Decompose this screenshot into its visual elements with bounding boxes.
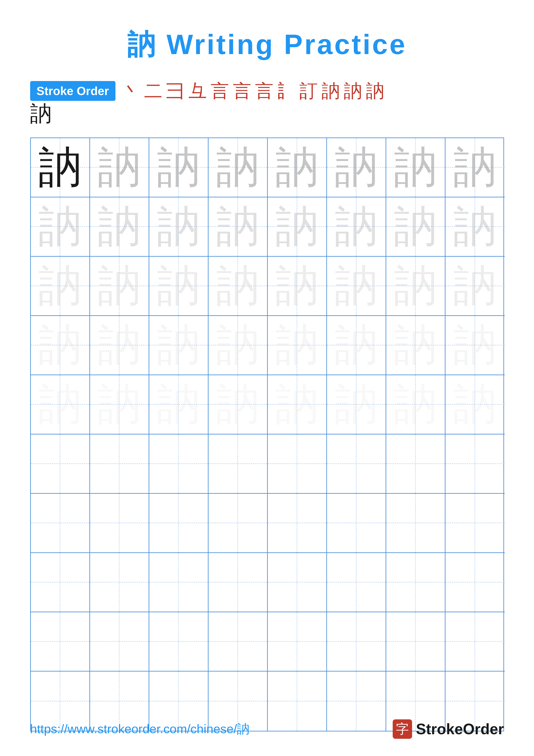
cell-4-7: 訥 <box>386 316 445 375</box>
cell-2-3: 訥 <box>149 198 209 257</box>
char-1-3: 訥 <box>157 146 200 189</box>
char-4-4: 訥 <box>216 324 259 367</box>
cell-9-2 <box>90 612 149 671</box>
cell-4-3: 訥 <box>149 316 209 375</box>
cell-7-3 <box>149 494 209 553</box>
char-4-3: 訥 <box>157 324 200 367</box>
cell-8-4 <box>209 553 268 612</box>
cell-3-8: 訥 <box>445 257 505 316</box>
logo-char: 字 <box>396 720 409 738</box>
cell-9-3 <box>149 612 209 671</box>
footer-url: https://www.strokeorder.com/chinese/訥 <box>30 721 250 738</box>
cell-7-7 <box>386 494 445 553</box>
cell-8-5 <box>268 553 327 612</box>
char-4-5: 訥 <box>275 324 318 367</box>
char-1-8: 訥 <box>453 146 496 189</box>
char-3-1: 訥 <box>38 264 82 308</box>
cell-7-8 <box>445 494 505 553</box>
cell-7-2 <box>90 494 149 553</box>
grid-row-9 <box>31 612 503 671</box>
logo-icon-box: 字 <box>393 719 412 739</box>
stroke-8: 訁 <box>277 82 295 100</box>
char-1-6: 訥 <box>335 146 378 189</box>
cell-9-7 <box>386 612 445 671</box>
char-4-2: 訥 <box>98 324 141 367</box>
char-1-1: 訥 <box>38 146 82 189</box>
char-1-5: 訥 <box>275 146 318 189</box>
cell-6-1 <box>31 434 90 494</box>
cell-4-2: 訥 <box>90 316 149 375</box>
cell-7-1 <box>31 494 90 553</box>
page: 訥 Writing Practice Stroke Order 丶 二 彐 彑 … <box>0 0 534 756</box>
cell-8-3 <box>149 553 209 612</box>
cell-5-3: 訥 <box>149 375 209 434</box>
char-5-5: 訥 <box>275 383 318 426</box>
cell-6-6 <box>327 434 386 494</box>
main-char-display: 訥 <box>30 102 52 126</box>
char-1-2: 訥 <box>98 146 141 189</box>
char-3-5: 訥 <box>275 264 318 308</box>
char-3-4: 訥 <box>216 264 259 308</box>
cell-9-6 <box>327 612 386 671</box>
cell-3-2: 訥 <box>90 257 149 316</box>
cell-3-5: 訥 <box>268 257 327 316</box>
char-4-6: 訥 <box>335 324 378 367</box>
cell-2-7: 訥 <box>386 198 445 257</box>
char-4-7: 訥 <box>394 324 437 367</box>
footer: https://www.strokeorder.com/chinese/訥 字 … <box>30 719 504 739</box>
logo-brand-name: StrokeOrder <box>416 720 504 738</box>
cell-5-2: 訥 <box>90 375 149 434</box>
char-3-8: 訥 <box>453 264 496 308</box>
char-4-1: 訥 <box>38 324 82 367</box>
cell-8-2 <box>90 553 149 612</box>
char-5-6: 訥 <box>335 383 378 426</box>
cell-5-8: 訥 <box>445 375 505 434</box>
cell-6-3 <box>149 434 209 494</box>
cell-5-4: 訥 <box>209 375 268 434</box>
stroke-5: 言 <box>211 82 229 100</box>
cell-1-4: 訥 <box>209 138 268 198</box>
cell-4-6: 訥 <box>327 316 386 375</box>
cell-5-7: 訥 <box>386 375 445 434</box>
cell-7-5 <box>268 494 327 553</box>
char-3-7: 訥 <box>394 264 437 308</box>
cell-3-3: 訥 <box>149 257 209 316</box>
cell-2-5: 訥 <box>268 198 327 257</box>
char-2-6: 訥 <box>335 205 378 248</box>
cell-3-6: 訥 <box>327 257 386 316</box>
cell-9-5 <box>268 612 327 671</box>
cell-5-6: 訥 <box>327 375 386 434</box>
cell-1-5: 訥 <box>268 138 327 198</box>
char-5-7: 訥 <box>394 383 437 426</box>
cell-8-7 <box>386 553 445 612</box>
extra-char-row: 訥 <box>30 103 504 124</box>
char-3-3: 訥 <box>157 264 200 308</box>
cell-8-6 <box>327 553 386 612</box>
cell-1-2: 訥 <box>90 138 149 198</box>
stroke-12: 訥 <box>366 82 384 100</box>
char-2-7: 訥 <box>394 205 437 248</box>
grid-row-1: 訥 訥 訥 訥 訥 訥 訥 訥 <box>31 138 503 198</box>
stroke-11: 訥 <box>344 82 362 100</box>
grid-row-8 <box>31 553 503 612</box>
cell-2-1: 訥 <box>31 198 90 257</box>
char-2-5: 訥 <box>275 205 318 248</box>
grid-row-6 <box>31 434 503 494</box>
cell-2-6: 訥 <box>327 198 386 257</box>
practice-grid: 訥 訥 訥 訥 訥 訥 訥 訥 訥 訥 訥 訥 訥 訥 訥 訥 訥 訥 訥 訥 … <box>30 138 504 731</box>
cell-9-4 <box>209 612 268 671</box>
char-5-1: 訥 <box>38 383 82 426</box>
stroke-2: 二 <box>144 82 163 100</box>
cell-1-8: 訥 <box>445 138 505 198</box>
cell-8-8 <box>445 553 505 612</box>
grid-row-4: 訥 訥 訥 訥 訥 訥 訥 訥 <box>31 316 503 375</box>
cell-5-5: 訥 <box>268 375 327 434</box>
grid-row-5: 訥 訥 訥 訥 訥 訥 訥 訥 <box>31 375 503 434</box>
stroke-order-badge: Stroke Order <box>30 81 115 101</box>
char-2-8: 訥 <box>453 205 496 248</box>
cell-2-2: 訥 <box>90 198 149 257</box>
cell-7-4 <box>209 494 268 553</box>
stroke-4: 彑 <box>189 82 207 100</box>
cell-1-7: 訥 <box>386 138 445 198</box>
grid-row-3: 訥 訥 訥 訥 訥 訥 訥 訥 <box>31 257 503 316</box>
